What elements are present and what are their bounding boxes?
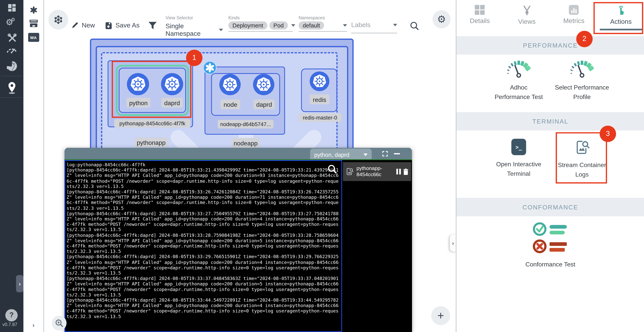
new-button-label: New: [82, 21, 95, 29]
kind-chip[interactable]: Deployment: [228, 21, 267, 29]
chevron-down-icon: [343, 24, 347, 27]
sidebar-expand-button[interactable]: ›: [16, 275, 24, 292]
deployment-label: nodeapp: [232, 138, 260, 148]
log-session-list: pythonapp-8454cc66c: [342, 160, 412, 332]
webassembly-icon[interactable]: WA: [28, 33, 39, 42]
pod-redis-box[interactable]: redis redis-master-0: [301, 69, 337, 112]
container-selector-value: python, daprd: [314, 151, 349, 158]
canvas-area: New Save As View Selector Single Namespa…: [44, 0, 456, 332]
panel-collapse-toggle[interactable]: ›: [450, 234, 456, 252]
app-root: ⚙⚙ › ? v0.7.87 WA ›: [0, 0, 644, 332]
session-name: pythonapp-8454cc66c: [356, 166, 391, 178]
terminal-window: python, daprd log:pythonapp-8454cc66c-4f…: [64, 148, 412, 332]
save-as-button-label: Save As: [116, 21, 140, 29]
search-icon[interactable]: [410, 21, 419, 32]
save-as-button[interactable]: Save As: [105, 21, 140, 29]
filter-icon[interactable]: [148, 21, 157, 32]
kind-chip[interactable]: Pod: [269, 21, 288, 29]
pause-icon[interactable]: [396, 169, 401, 175]
terminal-items: >_ Open Interactive Terminal Stream Cont…: [456, 139, 644, 179]
location-pin-icon[interactable]: [6, 81, 17, 96]
terminal-icon: >_: [511, 139, 526, 155]
minimize-icon[interactable]: [394, 153, 400, 154]
pod-label: redis-master-0: [298, 113, 341, 122]
namespaces-filter[interactable]: Namespaces default: [298, 15, 347, 32]
gauge-icon[interactable]: [6, 46, 18, 55]
gears-icon[interactable]: ⚙⚙: [6, 17, 18, 27]
container-label: redis: [310, 94, 330, 104]
deployment-nodeapp[interactable]: node daprd nodeapp-d64b5747... nodeapp: [204, 66, 285, 135]
tools-icon[interactable]: [7, 33, 17, 44]
adhoc-performance-test-button[interactable]: Adhoc Performance Test: [490, 58, 548, 101]
pencil-icon: [71, 21, 79, 29]
container-selector-dropdown[interactable]: python, daprd: [310, 149, 372, 161]
namespace-chip[interactable]: default: [298, 21, 324, 29]
container-daprd[interactable]: [253, 74, 274, 95]
pod-label: nodeapp-d64b5747...: [218, 120, 274, 129]
action-label: Open Interactive Terminal: [492, 159, 546, 178]
log-search-icon[interactable]: [327, 164, 337, 176]
action-label: Adhoc Performance Test: [492, 83, 546, 101]
graph-view-button[interactable]: [48, 10, 68, 29]
gear-icon: ⚙: [437, 13, 446, 25]
tab-details[interactable]: Details: [456, 0, 503, 34]
container-label: daprd: [254, 99, 275, 109]
branch-icon: [522, 5, 532, 15]
conformance-check-icon: [531, 221, 570, 255]
pod-label: pythonapp-8454cc66c-4f7fk: [114, 119, 190, 128]
conformance-test-button[interactable]: Conformance Test: [518, 221, 583, 269]
log-output-pane[interactable]: log:pythonapp-8454cc66c-4f7fk [pythonapp…: [64, 160, 342, 332]
settings-button[interactable]: ⚙: [432, 10, 450, 28]
section-header-performance: PERFORMANCE: [456, 36, 644, 55]
open-interactive-terminal-button[interactable]: >_ Open Interactive Terminal: [490, 139, 548, 179]
conformance-items: Conformance Test: [456, 221, 644, 269]
namespaces-label: Namespaces: [298, 15, 347, 20]
chevron-down-icon: [219, 29, 223, 31]
dashboard-icon[interactable]: [7, 3, 17, 14]
annotation-rect-2: [594, 2, 643, 34]
chevron-down-icon: [393, 24, 397, 26]
chevron-down-icon: [364, 154, 368, 156]
tab-views[interactable]: Views: [503, 0, 550, 34]
action-label: Select Performance Profile: [555, 83, 609, 101]
app-strip: WA ›: [24, 0, 44, 332]
select-performance-profile-button[interactable]: Select Performance Profile: [553, 58, 611, 101]
pie-chart-icon[interactable]: [6, 61, 17, 73]
action-label: Conformance Test: [518, 260, 583, 269]
container-label: node: [220, 99, 240, 109]
view-selector[interactable]: View Selector Single Namespace: [166, 15, 223, 40]
annotation-rect-1: [112, 61, 191, 118]
log-text: log:pythonapp-8454cc66c-4f7fk [pythonapp…: [66, 161, 342, 319]
help-icon[interactable]: ?: [6, 309, 18, 322]
fullscreen-icon[interactable]: [382, 151, 388, 158]
labels-filter[interactable]: Labels: [351, 21, 397, 33]
chevron-right-icon[interactable]: ›: [32, 321, 34, 329]
trash-icon[interactable]: [402, 168, 409, 175]
tab-metrics[interactable]: Metrics: [550, 0, 598, 34]
sidebar-divider: [1, 97, 23, 98]
zoom-in-button[interactable]: [52, 316, 66, 331]
graph-icon: [53, 14, 64, 25]
annotation-badge-3: 3: [600, 126, 616, 142]
kinds-label: Kinds: [228, 15, 293, 20]
grid-icon: [475, 5, 485, 15]
new-button[interactable]: New: [71, 21, 95, 29]
labels-placeholder: Labels: [351, 21, 370, 29]
container-node[interactable]: [219, 74, 241, 95]
view-selector-label: View Selector: [166, 15, 223, 20]
annotation-rect-3: [556, 132, 607, 184]
log-session-item[interactable]: pythonapp-8454cc66c: [343, 162, 411, 181]
stream-logs-icon: [345, 167, 354, 176]
left-sidebar: ⚙⚙ › ? v0.7.87: [0, 0, 24, 332]
bar-chart-icon: [569, 5, 579, 15]
container-redis[interactable]: [310, 71, 330, 91]
tab-label: Details: [470, 17, 490, 24]
tab-label: Metrics: [563, 17, 584, 24]
dapr-spiral-icon[interactable]: [28, 5, 38, 17]
sidebar-divider: [1, 76, 23, 76]
section-header-terminal: TERMINAL: [456, 112, 644, 131]
archive-icon[interactable]: [28, 19, 38, 29]
gauge-icon: [566, 58, 598, 78]
kinds-filter[interactable]: Kinds Deployment Pod: [228, 15, 293, 32]
add-button[interactable]: +: [431, 306, 450, 325]
